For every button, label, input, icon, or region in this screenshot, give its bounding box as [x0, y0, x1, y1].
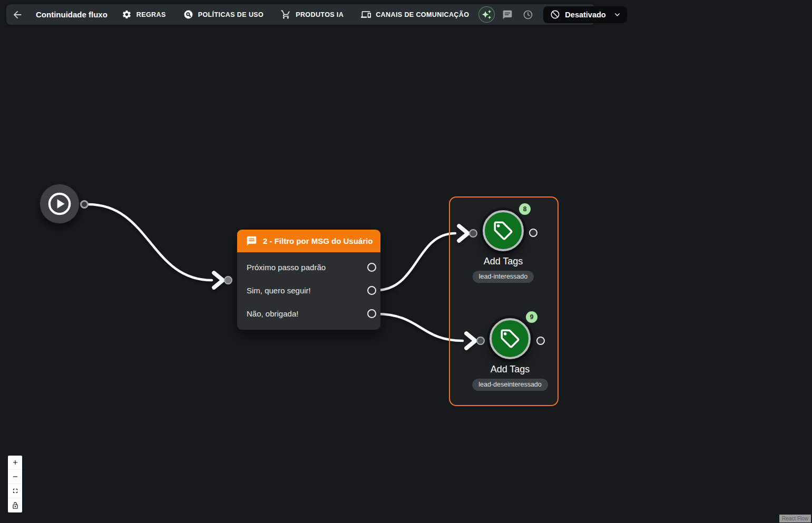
tab-regras[interactable]: REGRAS — [122, 9, 166, 19]
tab-canais-label: CANAIS DE COMUNICAÇÃO — [376, 11, 469, 18]
filter-option-label: Não, obrigada! — [247, 309, 298, 318]
plus-icon — [12, 459, 19, 466]
filter-option-output-handle[interactable] — [367, 286, 376, 295]
fit-view-button[interactable] — [8, 484, 22, 498]
react-flow-attribution[interactable]: React Flow — [779, 515, 811, 522]
add-tags-1-input-handle[interactable] — [469, 229, 477, 238]
tab-politicas-de-uso[interactable]: POLÍTICAS DE USO — [183, 9, 263, 19]
filter-node-title: 2 - Filtro por MSG do Usuário — [263, 236, 373, 245]
edge-sim-to-tag1 — [376, 233, 455, 290]
play-icon — [47, 191, 72, 216]
status-label: Desativado — [565, 11, 605, 19]
arrow-left-icon — [12, 9, 23, 21]
tab-produtos-label: PRODUTOS IA — [296, 11, 344, 18]
tag-chip: lead-deseinteressado — [472, 379, 548, 391]
topbar: Continuidade fluxo REGRAS POLÍTICAS DE U… — [6, 4, 595, 25]
filter-option-output-handle[interactable] — [367, 263, 376, 272]
filter-option-row: Próximo passo padrão — [237, 255, 380, 279]
node-badge: 9 — [526, 311, 537, 323]
devices-icon — [361, 9, 371, 19]
cart-icon — [281, 9, 291, 19]
tab-produtos-ia[interactable]: PRODUTOS IA — [281, 9, 344, 19]
filter-node-body: Próximo passo padrão Sim, quero seguir! … — [237, 252, 380, 330]
tag-chip: lead-interessado — [473, 271, 534, 283]
policy-icon — [183, 9, 193, 19]
add-tags-2-label: Add Tags — [457, 364, 563, 375]
ai-assistant-button[interactable] — [478, 6, 495, 23]
chevron-down-icon — [613, 11, 621, 18]
filter-node[interactable]: 2 - Filtro por MSG do Usuário Próximo pa… — [237, 230, 380, 330]
lock-button[interactable] — [8, 498, 22, 512]
page-title: Continuidade fluxo — [36, 10, 107, 19]
start-node[interactable] — [40, 184, 79, 223]
start-node-output-handle[interactable] — [80, 200, 89, 209]
edge-start-to-filter — [88, 204, 212, 280]
tab-regras-label: REGRAS — [136, 11, 166, 18]
comments-button[interactable] — [500, 7, 515, 23]
block-icon — [550, 9, 560, 19]
tab-politicas-label: POLÍTICAS DE USO — [198, 11, 263, 18]
edge-arrowhead — [214, 273, 223, 288]
history-button[interactable] — [520, 7, 536, 23]
sparkles-icon — [482, 9, 492, 19]
add-tags-2-output-handle[interactable] — [536, 337, 545, 345]
gear-icon — [122, 9, 132, 19]
add-tags-node-1[interactable] — [483, 210, 524, 251]
lock-open-icon — [12, 502, 19, 509]
chat-icon — [502, 9, 513, 20]
add-tags-1-output-handle[interactable] — [529, 229, 537, 237]
topbar-actions: Desativado — [478, 6, 627, 23]
add-tags-node-2[interactable] — [490, 318, 531, 359]
filter-option-output-handle[interactable] — [367, 309, 376, 318]
tag-icon — [499, 328, 521, 350]
add-tags-2-input-handle[interactable] — [476, 337, 485, 345]
back-button[interactable] — [12, 6, 23, 24]
tab-canais-de-comunicacao[interactable]: CANAIS DE COMUNICAÇÃO — [361, 9, 469, 19]
minus-icon — [12, 473, 19, 480]
filter-option-row: Sim, quero seguir! — [237, 279, 380, 302]
filter-option-label: Sim, quero seguir! — [247, 286, 311, 295]
flow-edges — [0, 0, 812, 523]
filter-node-input-handle[interactable] — [224, 276, 232, 284]
zoom-out-button[interactable] — [8, 470, 22, 484]
filter-node-header: 2 - Filtro por MSG do Usuário — [237, 230, 380, 252]
zoom-in-button[interactable] — [8, 456, 22, 470]
tag-icon — [492, 220, 514, 242]
chat-icon — [246, 235, 257, 246]
filter-option-row: Não, obrigada! — [237, 302, 380, 325]
fit-view-icon — [12, 487, 19, 495]
flow-controls — [8, 456, 22, 512]
clock-icon — [523, 9, 533, 20]
node-badge: 8 — [519, 203, 531, 215]
add-tags-1-label: Add Tags — [451, 256, 556, 267]
filter-option-label: Próximo passo padrão — [247, 263, 326, 272]
status-toggle-button[interactable]: Desativado — [543, 6, 627, 23]
